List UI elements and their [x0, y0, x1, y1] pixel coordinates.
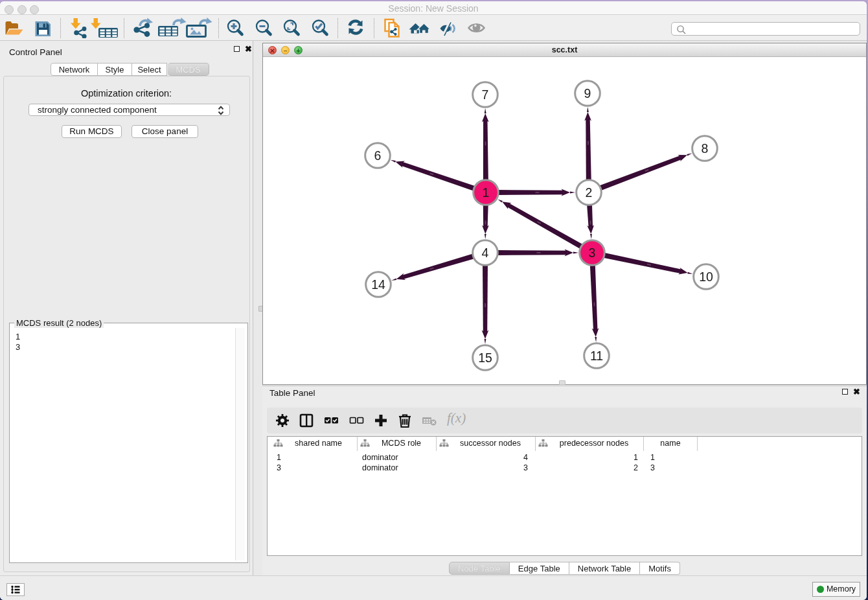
svg-text:4: 4: [482, 246, 489, 260]
svg-text:10: 10: [699, 270, 713, 284]
svg-text:3: 3: [589, 246, 596, 260]
svg-text:6: 6: [374, 148, 382, 163]
svg-text:15: 15: [478, 351, 492, 365]
svg-text:11: 11: [590, 349, 603, 363]
svg-text:2: 2: [586, 185, 593, 200]
svg-text:8: 8: [702, 141, 709, 156]
svg-text:7: 7: [482, 87, 489, 102]
svg-text:9: 9: [584, 86, 591, 100]
svg-text:14: 14: [371, 277, 385, 292]
svg-text:1: 1: [483, 185, 490, 200]
